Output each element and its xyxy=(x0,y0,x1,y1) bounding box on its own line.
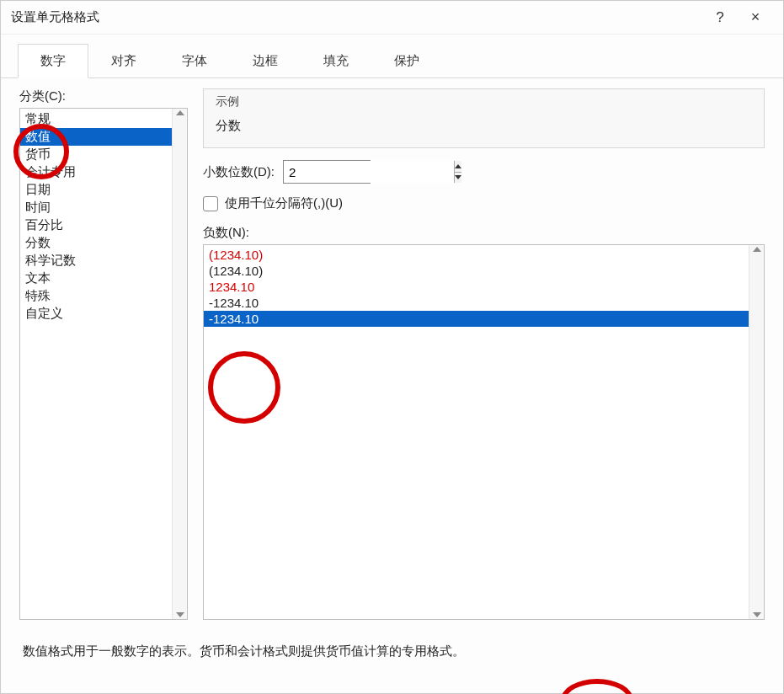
tab-protection[interactable]: 保护 xyxy=(371,44,442,78)
category-item-general[interactable]: 常规 xyxy=(20,110,172,128)
sample-box: 示例 分数 xyxy=(203,88,765,148)
category-item-time[interactable]: 时间 xyxy=(20,199,172,216)
tab-number[interactable]: 数字 xyxy=(18,44,88,78)
negative-items: (1234.10) (1234.10) 1234.10 -1234.10 -12… xyxy=(204,245,749,619)
negative-section: 负数(N): (1234.10) (1234.10) 1234.10 -1234… xyxy=(203,225,765,620)
category-scrollbar[interactable] xyxy=(172,109,187,619)
help-button[interactable]: ? xyxy=(702,1,738,35)
category-item-percentage[interactable]: 百分比 xyxy=(20,216,172,234)
close-button[interactable]: × xyxy=(738,1,773,35)
tab-alignment[interactable]: 对齐 xyxy=(88,44,159,78)
category-listbox[interactable]: 常规 数值 货币 会计专用 日期 时间 百分比 分数 科学记数 文本 特殊 自定… xyxy=(19,108,188,620)
decimal-spinner[interactable] xyxy=(283,160,371,184)
negative-item[interactable]: (1234.10) xyxy=(204,247,749,263)
settings-column: 示例 分数 小数位数(D): 使用千位分隔符(,)(U) xyxy=(203,88,765,620)
category-item-special[interactable]: 特殊 xyxy=(20,287,172,305)
tab-content: 分类(C): 常规 数值 货币 会计专用 日期 时间 百分比 分数 科学记数 文… xyxy=(1,78,783,693)
category-items: 常规 数值 货币 会计专用 日期 时间 百分比 分数 科学记数 文本 特殊 自定… xyxy=(20,109,172,619)
category-item-date[interactable]: 日期 xyxy=(20,181,172,199)
scroll-up-icon xyxy=(176,110,184,115)
decimal-input[interactable] xyxy=(284,161,454,183)
scroll-down-icon xyxy=(753,612,761,617)
tab-fill[interactable]: 填充 xyxy=(301,44,371,78)
tab-border[interactable]: 边框 xyxy=(230,44,301,78)
category-item-scientific[interactable]: 科学记数 xyxy=(20,252,172,270)
thousands-checkbox[interactable] xyxy=(203,196,218,211)
spinner-buttons xyxy=(454,161,461,183)
category-item-custom[interactable]: 自定义 xyxy=(20,305,172,323)
format-cells-dialog: 设置单元格格式 ? × 数字 对齐 字体 边框 填充 保护 分类(C): 常规 … xyxy=(0,0,784,694)
negative-item[interactable]: -1234.10 xyxy=(204,295,749,311)
negative-item[interactable]: 1234.10 xyxy=(204,279,749,295)
dialog-title: 设置单元格格式 xyxy=(11,9,702,25)
negative-listbox[interactable]: (1234.10) (1234.10) 1234.10 -1234.10 -12… xyxy=(203,244,765,620)
titlebar: 设置单元格格式 ? × xyxy=(1,1,783,35)
scroll-down-icon xyxy=(176,612,184,617)
negative-label: 负数(N): xyxy=(203,225,765,241)
format-description: 数值格式用于一般数字的表示。货币和会计格式则提供货币值计算的专用格式。 xyxy=(19,620,765,693)
category-label: 分类(C): xyxy=(19,88,188,104)
sample-label: 示例 xyxy=(216,94,752,109)
spinner-down-button[interactable] xyxy=(455,172,461,184)
category-item-text[interactable]: 文本 xyxy=(20,270,172,287)
sample-value: 分数 xyxy=(216,118,752,134)
tab-font[interactable]: 字体 xyxy=(159,44,230,78)
chevron-down-icon xyxy=(455,175,461,179)
negative-item[interactable]: (1234.10) xyxy=(204,263,749,279)
decimal-row: 小数位数(D): xyxy=(203,160,765,184)
category-column: 分类(C): 常规 数值 货币 会计专用 日期 时间 百分比 分数 科学记数 文… xyxy=(19,88,188,620)
spinner-up-button[interactable] xyxy=(455,161,461,172)
negative-scrollbar[interactable] xyxy=(749,245,764,619)
main-row: 分类(C): 常规 数值 货币 会计专用 日期 时间 百分比 分数 科学记数 文… xyxy=(19,88,765,620)
chevron-up-icon xyxy=(455,164,461,168)
tab-strip: 数字 对齐 字体 边框 填充 保护 xyxy=(1,35,783,78)
category-item-number[interactable]: 数值 xyxy=(20,128,172,146)
decimal-label: 小数位数(D): xyxy=(203,164,275,180)
category-item-fraction[interactable]: 分数 xyxy=(20,234,172,252)
negative-item[interactable]: -1234.10 xyxy=(204,311,749,327)
category-item-accounting[interactable]: 会计专用 xyxy=(20,163,172,181)
thousands-label[interactable]: 使用千位分隔符(,)(U) xyxy=(225,195,343,211)
thousands-row: 使用千位分隔符(,)(U) xyxy=(203,195,765,211)
category-item-currency[interactable]: 货币 xyxy=(20,146,172,163)
scroll-up-icon xyxy=(753,247,761,252)
